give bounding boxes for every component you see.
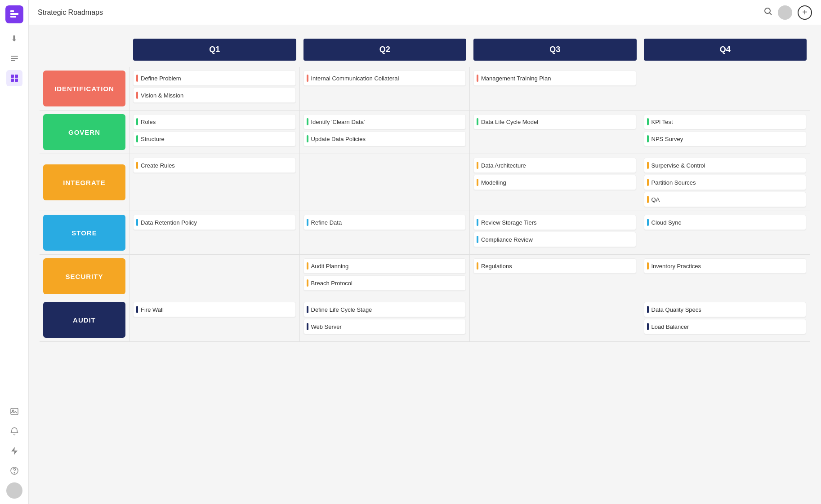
svg-rect-7 (15, 75, 18, 78)
task-card[interactable]: NPS Survey (644, 131, 807, 146)
task-card[interactable]: Identify 'Clearn Data' (303, 114, 466, 129)
task-card[interactable]: Cloud Sync (644, 215, 807, 230)
task-card[interactable]: Data Life Cycle Model (473, 114, 636, 129)
task-card[interactable]: Data Architecture (473, 158, 636, 173)
task-label: Surpervise & Control (651, 162, 705, 169)
task-accent (307, 279, 308, 287)
label-identification: IDENTIFICATION (43, 71, 125, 106)
task-card[interactable]: Web Server (303, 319, 466, 334)
add-button[interactable]: + (798, 5, 812, 20)
task-accent (307, 75, 308, 82)
task-card[interactable]: Management Training Plan (473, 71, 636, 86)
list-icon[interactable] (6, 50, 22, 66)
cell-integrate-q1: Create Rules (129, 154, 300, 211)
task-accent (477, 219, 478, 226)
task-card[interactable]: Partition Sources (644, 175, 807, 190)
layout-icon[interactable] (6, 70, 22, 86)
task-label: Internal Communication Collateral (311, 75, 399, 82)
task-label: Management Training Plan (481, 75, 551, 82)
task-card[interactable]: Audit Planning (303, 258, 466, 274)
row-label-store: STORE (40, 211, 129, 255)
quarter-header-q2: Q2 (300, 36, 470, 67)
task-card[interactable]: Inventory Practices (644, 258, 807, 274)
svg-rect-3 (11, 56, 18, 57)
task-label: Inventory Practices (651, 263, 701, 270)
task-card[interactable]: Create Rules (133, 158, 296, 173)
task-card[interactable]: Define Life Cycle Stage (303, 302, 466, 317)
task-card[interactable]: Data Retention Policy (133, 215, 296, 230)
task-label: Roles (141, 119, 156, 125)
cell-store-q2: Refine Data (300, 211, 470, 255)
task-label: Update Data Policies (311, 136, 366, 142)
header-user-avatar[interactable] (778, 5, 792, 20)
svg-point-14 (14, 473, 15, 473)
bolt-icon[interactable] (6, 443, 22, 459)
corner-cell (40, 36, 129, 67)
task-card[interactable]: Define Problem (133, 71, 296, 86)
task-accent (136, 118, 138, 125)
image-icon[interactable] (6, 403, 22, 420)
cell-govern-q2: Identify 'Clearn Data'Update Data Polici… (300, 111, 470, 154)
task-accent (647, 306, 649, 313)
task-label: Audit Planning (311, 263, 349, 270)
task-label: Data Architecture (481, 162, 526, 169)
task-card[interactable]: Vision & Mission (133, 88, 296, 103)
task-card[interactable]: Refine Data (303, 215, 466, 230)
task-card[interactable]: Load Balancer (644, 319, 807, 334)
cell-security-q4: Inventory Practices (640, 255, 811, 298)
row-label-govern: GOVERN (40, 111, 129, 154)
task-label: Web Server (311, 323, 342, 330)
task-accent (136, 135, 138, 142)
user-avatar[interactable] (6, 482, 22, 499)
task-card[interactable]: Breach Protocol (303, 275, 466, 291)
cell-security-q3: Regulations (470, 255, 640, 298)
task-card[interactable]: Review Storage Tiers (473, 215, 636, 230)
task-card[interactable]: KPI Test (644, 114, 807, 129)
cell-identification-q1: Define ProblemVision & Mission (129, 67, 300, 111)
svg-point-15 (765, 8, 770, 13)
row-label-identification: IDENTIFICATION (40, 67, 129, 111)
task-card[interactable]: Update Data Policies (303, 131, 466, 146)
page-title: Strategic Roadmaps (38, 9, 758, 17)
task-accent (647, 135, 649, 142)
app-logo[interactable] (5, 5, 23, 23)
help-icon[interactable] (6, 463, 22, 479)
label-integrate: INTEGRATE (43, 164, 125, 200)
task-label: KPI Test (651, 119, 673, 125)
task-card[interactable]: Surpervise & Control (644, 158, 807, 173)
svg-rect-1 (10, 13, 18, 15)
task-card[interactable]: Fire Wall (133, 302, 296, 317)
task-card[interactable]: Regulations (473, 258, 636, 274)
task-card[interactable]: Data Quality Specs (644, 302, 807, 317)
task-card[interactable]: Structure (133, 131, 296, 146)
label-security: SECURITY (43, 258, 125, 294)
task-label: Vision & Mission (141, 92, 183, 99)
task-card[interactable]: Roles (133, 114, 296, 129)
task-accent (647, 162, 649, 169)
download-icon[interactable]: ⬇ (6, 31, 22, 47)
task-label: Data Quality Specs (651, 306, 701, 313)
task-card[interactable]: QA (644, 192, 807, 207)
task-card[interactable]: Internal Communication Collateral (303, 71, 466, 86)
task-card[interactable]: Compliance Review (473, 232, 636, 247)
cell-audit-q4: Data Quality SpecsLoad Balancer (640, 298, 811, 342)
cell-audit-q3 (470, 298, 640, 342)
bell-icon[interactable] (6, 423, 22, 439)
roadmap-area: Q1Q2Q3Q4IDENTIFICATIONDefine ProblemVisi… (29, 25, 821, 504)
svg-rect-10 (11, 408, 18, 415)
task-label: QA (651, 196, 660, 203)
task-accent (477, 118, 478, 125)
cell-store-q1: Data Retention Policy (129, 211, 300, 255)
cell-govern-q3: Data Life Cycle Model (470, 111, 640, 154)
cell-store-q4: Cloud Sync (640, 211, 811, 255)
cell-identification-q4 (640, 67, 811, 111)
search-icon[interactable] (763, 7, 772, 18)
task-label: Structure (141, 136, 165, 142)
task-accent (647, 262, 649, 270)
quarter-header-q1: Q1 (129, 36, 300, 67)
cell-integrate-q2 (300, 154, 470, 211)
task-label: Modelling (481, 179, 506, 186)
task-card[interactable]: Modelling (473, 175, 636, 190)
task-label: Cloud Sync (651, 219, 681, 226)
task-accent (307, 135, 308, 142)
